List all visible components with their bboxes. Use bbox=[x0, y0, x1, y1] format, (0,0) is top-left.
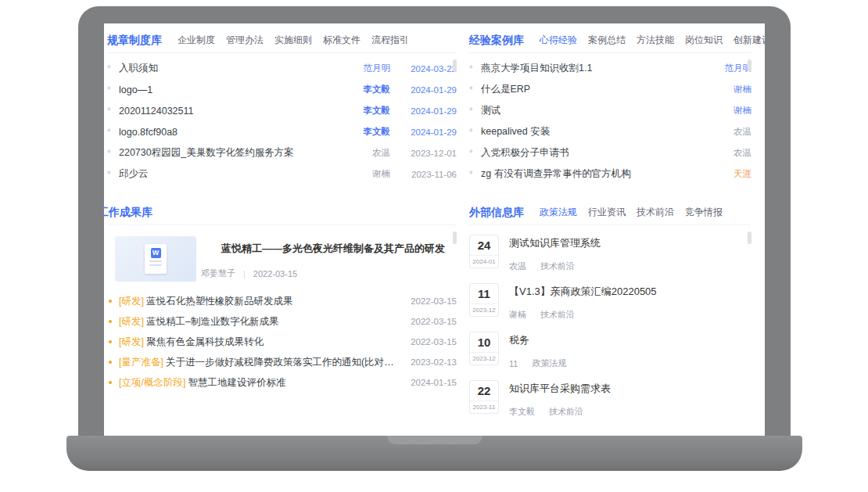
external-list: 24 2024-01 测试知识库管理系统 农温 技术前沿 bbox=[469, 225, 751, 418]
list-item[interactable]: 10 2023-12 税务 11 政策法规 bbox=[469, 332, 751, 369]
item-title[interactable]: zg 有没有调查异常事件的官方机构 bbox=[481, 167, 697, 181]
list-item[interactable]: * 220730程园园_美巢数字化签约服务方案 农温 2023-12-01 bbox=[107, 142, 457, 163]
stage-tag: [研发] bbox=[119, 336, 144, 349]
doc-line bbox=[149, 264, 162, 266]
list-item[interactable]: 11 2023-12 【V1.3】亲商政策汇编20220505 谢楠 技术前沿 bbox=[469, 283, 751, 321]
list-item[interactable]: [研发] 蓝悦精工–制造业数字化新成果 2022-03-15 bbox=[109, 311, 457, 332]
item-title[interactable]: logo.8fcf90a8 bbox=[119, 127, 335, 138]
tab-competitive-intel[interactable]: 竞争情报 bbox=[685, 206, 723, 219]
tab-process-guides[interactable]: 流程指引 bbox=[371, 34, 409, 47]
scrollbar[interactable] bbox=[748, 232, 751, 244]
tab-implementation-details[interactable]: 实施细则 bbox=[274, 34, 312, 47]
scrollbar[interactable] bbox=[453, 232, 457, 244]
star-bullet-icon: * bbox=[469, 63, 481, 74]
item-title[interactable]: 税务 bbox=[509, 332, 751, 347]
tab-method-skills[interactable]: 方法技能 bbox=[637, 34, 674, 47]
list-item[interactable]: 24 2024-01 测试知识库管理系统 农温 技术前沿 bbox=[469, 235, 751, 272]
list-item[interactable]: * 燕京大学项目知识收割1.1 范月明 bbox=[469, 58, 751, 79]
list-item[interactable]: * 20201124032511 李文毅 2024-01-29 bbox=[107, 100, 457, 121]
results-header: 工作成果库 bbox=[107, 200, 457, 225]
tab-tech-frontier[interactable]: 技术前沿 bbox=[637, 206, 674, 219]
item-title[interactable]: 【V1.3】亲商政策汇编20220505 bbox=[509, 283, 751, 299]
word-logo: W bbox=[151, 248, 161, 258]
featured-title[interactable]: 蓝悦精工——多光色夜光纤维制备及其产品的研发 bbox=[201, 236, 457, 256]
star-bullet-icon: * bbox=[469, 106, 481, 117]
tab-standard-documents[interactable]: 标准文件 bbox=[323, 34, 360, 47]
list-item[interactable]: 22 2023-11 知识库平台采购需求表 李文毅 技术前沿 bbox=[469, 380, 751, 418]
featured-content: 蓝悦精工——多光色夜光纤维制备及其产品的研发 邓姜慧子 | 2022-03-15 bbox=[201, 236, 457, 282]
list-item[interactable]: * 什么是ERP 谢楠 bbox=[469, 79, 751, 100]
date-month: 2023-12 bbox=[471, 304, 497, 315]
date-month: 2023-11 bbox=[471, 401, 497, 412]
item-author: 李文毅 bbox=[335, 84, 390, 95]
stage-tag: [研发] bbox=[119, 315, 144, 329]
scrollbar[interactable] bbox=[748, 59, 751, 72]
list-item[interactable]: * zg 有没有调查异常事件的官方机构 天涯 bbox=[469, 163, 751, 185]
item-date: 2023-11-06 bbox=[390, 170, 457, 179]
item-author: 农温 bbox=[509, 260, 526, 272]
list-item[interactable]: * keepalived 安装 农温 bbox=[469, 121, 751, 142]
item-date: 2022-03-15 bbox=[411, 337, 457, 347]
list-item[interactable]: [研发] 聚焦有色金属科技成果转化 2022-03-15 bbox=[109, 332, 457, 352]
star-bullet-icon: * bbox=[107, 63, 119, 74]
item-title[interactable]: 蓝悦精工–制造业数字化新成果 bbox=[146, 315, 403, 329]
list-item[interactable]: * 测试 谢楠 bbox=[469, 100, 751, 121]
stage-tag: [量产准备] bbox=[119, 356, 163, 369]
list-item[interactable]: * logo.8fcf90a8 李文毅 2024-01-29 bbox=[107, 121, 457, 142]
item-title[interactable]: keepalived 安装 bbox=[481, 125, 697, 138]
stage-tag: [立项/概念阶段] bbox=[119, 376, 185, 390]
item-title[interactable]: 燕京大学项目知识收割1.1 bbox=[481, 62, 697, 75]
tab-case-summaries[interactable]: 案例总结 bbox=[588, 34, 626, 47]
meta-divider: | bbox=[243, 269, 246, 278]
item-title[interactable]: 220730程园园_美巢数字化签约服务方案 bbox=[119, 146, 335, 160]
tab-insights[interactable]: 心得经验 bbox=[540, 34, 577, 47]
item-title[interactable]: 聚焦有色金属科技成果转化 bbox=[146, 336, 403, 349]
item-title[interactable]: 知识库平台采购需求表 bbox=[509, 380, 751, 396]
item-title[interactable]: 蓝悦石化热塑性橡胶新品研发成果 bbox=[146, 295, 403, 308]
item-title[interactable]: 什么是ERP bbox=[481, 83, 697, 96]
date-day: 24 bbox=[470, 235, 498, 256]
experience-list: * 燕京大学项目知识收割1.1 范月明 * 什么是ERP 谢楠 * 测试 谢楠 bbox=[469, 53, 751, 185]
featured-thumbnail[interactable]: W bbox=[115, 236, 196, 282]
item-category: 技术前沿 bbox=[540, 309, 575, 321]
list-item[interactable]: * 入职须知 范月明 2024-03-22 bbox=[107, 58, 457, 79]
external-panel-title[interactable]: 外部信息库 bbox=[469, 206, 524, 220]
results-panel-title[interactable]: 工作成果库 bbox=[104, 206, 152, 220]
scrollbar[interactable] bbox=[453, 59, 457, 72]
list-item[interactable]: [研发] 蓝悦石化热塑性橡胶新品研发成果 2022-03-15 bbox=[109, 291, 457, 311]
item-title[interactable]: 测试 bbox=[481, 104, 697, 117]
list-item[interactable]: * 邱少云 谢楠 2023-11-06 bbox=[107, 163, 457, 185]
laptop-base bbox=[66, 436, 802, 471]
word-doc-icon: W bbox=[145, 244, 167, 274]
list-item[interactable]: [立项/概念阶段] 智慧工地建设评价标准 2024-01-15 bbox=[109, 372, 457, 393]
item-title[interactable]: 入职须知 bbox=[119, 62, 335, 75]
panel-rules-library: 规章制度库 企业制度 管理办法 实施细则 标准文件 流程指引 * 入职须知 范月… bbox=[107, 28, 457, 185]
item-author: 天涯 bbox=[697, 168, 751, 180]
item-title[interactable]: 邱少云 bbox=[119, 167, 335, 181]
list-item[interactable]: [量产准备] 关于进一步做好减税降费政策落实工作的通知(比对文档) 2023-0… bbox=[109, 352, 457, 372]
experience-panel-title[interactable]: 经验案例库 bbox=[469, 34, 524, 48]
item-title[interactable]: 测试知识库管理系统 bbox=[509, 235, 751, 250]
item-title[interactable]: 20201124032511 bbox=[119, 106, 335, 117]
item-date: 2024-01-29 bbox=[390, 127, 457, 137]
list-item[interactable]: * 入党积极分子申请书 农温 bbox=[469, 142, 751, 163]
date-month: 2023-12 bbox=[471, 353, 497, 364]
rules-panel-title[interactable]: 规章制度库 bbox=[107, 34, 162, 48]
item-date: 2022-03-15 bbox=[411, 317, 457, 326]
item-title[interactable]: logo—1 bbox=[119, 84, 335, 95]
tab-enterprise-rules[interactable]: 企业制度 bbox=[178, 34, 215, 47]
tab-management-methods[interactable]: 管理办法 bbox=[226, 34, 264, 47]
tab-industry-news[interactable]: 行业资讯 bbox=[588, 206, 626, 219]
item-title[interactable]: 关于进一步做好减税降费政策落实工作的通知(比对文档) bbox=[166, 356, 403, 369]
list-item[interactable]: * logo—1 李文毅 2024-01-29 bbox=[107, 79, 457, 100]
tab-job-knowledge[interactable]: 岗位知识 bbox=[685, 34, 723, 47]
tab-policies-regulations[interactable]: 政策法规 bbox=[540, 206, 577, 219]
star-bullet-icon: * bbox=[469, 148, 481, 159]
star-bullet-icon: * bbox=[469, 127, 481, 138]
featured-result[interactable]: W 蓝悦精工——多光色夜光纤维制备及其产品的研发 邓姜慧子 | 2022-03-… bbox=[115, 236, 457, 282]
item-title[interactable]: 智慧工地建设评价标准 bbox=[188, 376, 403, 390]
page: 规章制度库 企业制度 管理办法 实施细则 标准文件 流程指引 * 入职须知 范月… bbox=[0, 0, 868, 492]
item-title[interactable]: 入党积极分子申请书 bbox=[481, 146, 697, 160]
tab-innovation-suggestions[interactable]: 创新建议 bbox=[733, 34, 765, 47]
star-bullet-icon: * bbox=[107, 127, 119, 138]
